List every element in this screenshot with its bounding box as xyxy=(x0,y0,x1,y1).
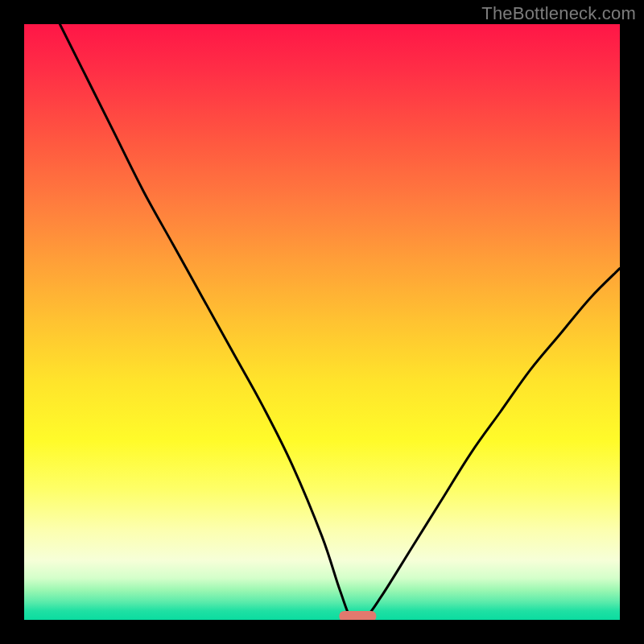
chart-frame: TheBottleneck.com xyxy=(0,0,644,644)
curve-layer xyxy=(24,24,620,620)
watermark-text: TheBottleneck.com xyxy=(481,3,636,24)
plot-area xyxy=(24,24,620,620)
bottleneck-curve xyxy=(60,24,620,620)
optimal-marker xyxy=(339,611,376,620)
